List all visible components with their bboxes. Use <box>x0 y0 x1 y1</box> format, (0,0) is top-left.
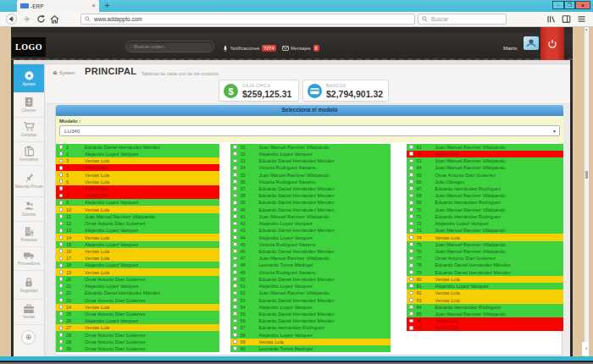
order-checkbox[interactable] <box>409 222 413 226</box>
messages-button[interactable]: Mensajes 8 <box>282 44 319 52</box>
order-row[interactable]: 29 Omar Antonio Diaz Gutierrez <box>56 339 219 345</box>
order-row[interactable]: 14 Ventas Lula <box>56 234 219 240</box>
order-row[interactable]: 42 Alejandro Lopez Vazquez <box>230 220 391 227</box>
order-checkbox[interactable] <box>59 277 64 281</box>
order-row[interactable]: 58 Alejandro Lopez Vazquez <box>230 331 391 338</box>
order-checkbox[interactable] <box>409 305 413 309</box>
sidebar-item-proveedores[interactable]: Proveedores <box>14 247 44 271</box>
order-row[interactable]: 55 Eduardo Daniel Hernández Méndez <box>230 311 391 317</box>
sidebar-item-seguridad[interactable]: Seguridad <box>14 271 44 300</box>
reader-view-icon[interactable] <box>561 14 572 25</box>
order-row[interactable]: 82 Ventas Lula <box>407 290 564 296</box>
order-checkbox[interactable] <box>59 291 64 295</box>
order-row[interactable]: 33 Eduardo Daniel Hernández Méndez <box>230 157 391 164</box>
order-checkbox[interactable] <box>409 319 413 323</box>
order-row[interactable]: 20 Omar Antonio Diaz Gutierrez <box>56 276 219 283</box>
sidebar-item-materias-primas[interactable]: Materias Primas <box>14 166 44 197</box>
order-row[interactable]: 1 Eduardo Daniel Hernández Méndez <box>56 144 219 151</box>
order-row[interactable]: 87 ALMACEN <box>407 324 564 331</box>
order-checkbox[interactable] <box>233 201 237 205</box>
order-checkbox[interactable] <box>59 207 64 212</box>
order-row[interactable]: 37 Eduardo Daniel Hernández Méndez <box>230 185 391 192</box>
order-row[interactable]: 46 Eduardo Daniel Hernández Méndez <box>230 248 391 255</box>
order-checkbox[interactable] <box>233 186 237 190</box>
url-bar[interactable]: www.addappto.com <box>80 14 415 25</box>
order-checkbox[interactable] <box>59 298 64 302</box>
order-row[interactable]: 10 Ventas Lula <box>56 206 219 212</box>
order-checkbox[interactable] <box>233 291 237 295</box>
order-row[interactable]: 62 ALMACEN <box>407 151 564 157</box>
order-row[interactable]: 4 ALMACEN <box>56 164 219 171</box>
order-row[interactable]: 72 Alejandro Lopez Vazquez <box>407 220 564 227</box>
order-row[interactable]: 3 Ventas Lula <box>56 157 219 164</box>
order-checkbox[interactable] <box>233 256 237 261</box>
breadcrumb-root[interactable]: System <box>59 70 75 75</box>
order-checkbox[interactable] <box>59 339 64 344</box>
order-checkbox[interactable] <box>59 312 64 316</box>
order-search-input[interactable]: Buscar orden <box>125 41 214 52</box>
order-checkbox[interactable] <box>409 235 413 240</box>
order-row[interactable]: 35 Juan Manuel Ramirez Villalpando <box>230 171 391 178</box>
order-row[interactable]: 2 Alejandro Lopez Vazquez <box>56 151 219 157</box>
order-row[interactable]: 7 ALMACEN <box>56 185 219 192</box>
order-checkbox[interactable] <box>233 270 237 274</box>
forward-button[interactable] <box>21 14 32 25</box>
order-checkbox[interactable] <box>233 166 237 170</box>
order-checkbox[interactable] <box>409 277 413 281</box>
order-row[interactable]: 11 Juan Manuel Ramirez Villalpando <box>56 213 219 220</box>
order-checkbox[interactable] <box>233 229 237 233</box>
window-minimize-button[interactable]: – <box>552 1 564 9</box>
order-checkbox[interactable] <box>409 263 413 267</box>
order-row[interactable]: 30 Omar Antonio Diaz Gutierrez <box>56 345 219 352</box>
order-checkbox[interactable] <box>59 346 64 350</box>
order-row[interactable]: 44 Alejandro Lopez Vazquez <box>230 234 391 240</box>
scroll-down-icon[interactable]: ▼ <box>585 347 589 350</box>
order-row[interactable]: 48 Leonardo Torres Madrigal <box>230 262 391 268</box>
back-button[interactable] <box>6 14 17 25</box>
sidebar-item-nomina[interactable]: Nomina <box>14 197 44 222</box>
library-icon[interactable] <box>546 14 557 25</box>
order-row[interactable]: 49 Victoria Rodriguez Navarro <box>230 268 391 275</box>
order-checkbox[interactable] <box>59 249 64 253</box>
order-checkbox[interactable] <box>409 201 413 205</box>
order-checkbox[interactable] <box>409 291 413 295</box>
notifications-button[interactable]: Notificaciones 7274 <box>222 44 276 52</box>
order-row[interactable]: 73 Juan Manuel Ramirez Villalpando <box>407 227 564 234</box>
order-checkbox[interactable] <box>409 207 413 212</box>
order-checkbox[interactable] <box>233 214 237 218</box>
scroll-up-icon[interactable]: ▲ <box>585 28 589 31</box>
order-row[interactable]: 36 Victoria Rodriguez Navarro <box>230 179 391 185</box>
order-checkbox[interactable] <box>233 242 237 246</box>
order-checkbox[interactable] <box>59 201 64 205</box>
order-checkbox[interactable] <box>59 242 64 246</box>
sidebar-collapse-button[interactable]: ⊕ <box>21 330 36 345</box>
order-checkbox[interactable] <box>409 145 413 149</box>
order-row[interactable]: 21 Alejandro Lopez Vazquez <box>56 283 219 290</box>
order-checkbox[interactable] <box>59 152 64 156</box>
order-row[interactable]: 69 Eduardo Hernández Rodríguez <box>407 199 564 206</box>
order-row[interactable]: 61 Juan Manuel Ramirez Villalpando <box>407 144 564 151</box>
order-checkbox[interactable] <box>233 207 237 212</box>
browser-search-field[interactable]: Buscar <box>418 14 507 25</box>
app-logo[interactable]: LOGO <box>12 37 46 57</box>
order-checkbox[interactable] <box>409 229 413 233</box>
order-row[interactable]: 59 Ventas Lula <box>230 339 391 345</box>
order-checkbox[interactable] <box>409 312 413 316</box>
order-checkbox[interactable] <box>233 222 237 226</box>
order-checkbox[interactable] <box>409 284 413 288</box>
order-checkbox[interactable] <box>233 263 237 267</box>
order-row[interactable]: 5 Ventas Lula <box>56 171 219 178</box>
order-row[interactable]: 17 Ventas Lula <box>56 255 219 262</box>
order-row[interactable]: 60 Leonardo Torres Madrigal <box>230 345 391 352</box>
order-checkbox[interactable] <box>59 222 64 226</box>
order-row[interactable]: 16 Ventas Lula <box>56 248 219 255</box>
order-checkbox[interactable] <box>409 249 413 253</box>
order-checkbox[interactable] <box>233 152 237 156</box>
order-row[interactable]: 43 Eduardo Daniel Hernández Méndez <box>230 227 391 234</box>
order-checkbox[interactable] <box>59 284 64 288</box>
breadcrumb[interactable]: System <box>53 70 75 75</box>
order-checkbox[interactable] <box>59 166 64 170</box>
order-row[interactable]: 52 Juan Manuel Ramirez Villalpando <box>230 290 391 296</box>
order-row[interactable]: 70 Juan Manuel Ramirez Villalpando <box>407 206 564 212</box>
order-row[interactable]: 38 Eduardo Daniel Hernández Méndez <box>230 192 391 199</box>
